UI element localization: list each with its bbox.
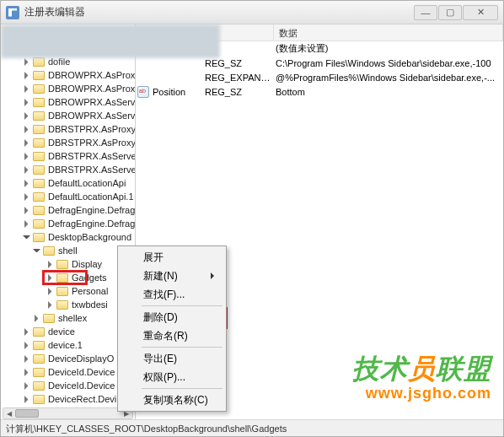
expand-icon[interactable] (23, 126, 30, 133)
expand-icon[interactable] (23, 220, 30, 228)
folder-icon (33, 98, 45, 107)
folder-icon (33, 381, 45, 391)
menu-item[interactable]: 复制项名称(C) (120, 391, 224, 409)
tree-item[interactable]: device.1 (1, 338, 135, 352)
menu-item-label: 复制项名称(C) (143, 393, 208, 407)
tree-item[interactable]: DefragEngine.DefragE (1, 217, 135, 230)
tree-item-label: DeviceId.Device (48, 380, 115, 391)
scroll-left-icon[interactable]: ◀ (3, 408, 15, 418)
expand-icon[interactable] (33, 315, 40, 322)
tree-hscrollbar[interactable]: ◀ ▶ (3, 407, 133, 419)
tree-item-label: DeviceRect.Devi (48, 394, 116, 404)
tree-item[interactable]: DBROWPRX.AsServer (1, 95, 135, 109)
menu-item[interactable]: 新建(N) (120, 267, 224, 285)
expand-icon[interactable] (46, 301, 54, 309)
tree-item-label: DBROWPRX.AsServer (48, 97, 135, 107)
folder-icon (33, 71, 45, 80)
tree-item[interactable]: Personal (1, 284, 135, 298)
folder-icon (33, 138, 45, 148)
list-row[interactable]: REG_EXPAND_SZ@%ProgramFiles%\Windows Sid… (136, 70, 503, 84)
value-data: C:\Program Files\Windows Sidebar\sidebar… (276, 58, 503, 68)
menu-item[interactable]: 导出(E) (120, 349, 224, 368)
expand-icon[interactable] (23, 328, 30, 336)
tree-item[interactable]: shell (1, 244, 135, 257)
expand-icon[interactable] (23, 342, 30, 349)
expand-icon[interactable] (23, 355, 30, 363)
expand-icon[interactable] (23, 99, 30, 106)
menu-item[interactable]: 查找(F)... (120, 285, 224, 304)
expand-icon[interactable] (46, 261, 54, 268)
tree-item-label: DBROWPRX.AsProxy (48, 70, 135, 80)
menu-item-label: 权限(P)... (143, 370, 185, 385)
tree-item[interactable]: DefaultLocationApi.1 (1, 190, 135, 203)
menu-item[interactable]: 展开 (120, 248, 224, 267)
menu-separator (142, 388, 223, 389)
tree-item[interactable]: Gadgets (1, 271, 135, 284)
expand-icon[interactable] (23, 166, 30, 174)
tree-item[interactable]: DBRSTPRX.AsProxy (1, 122, 135, 136)
tree-item-label: DBRSTPRX.AsServer.1 (48, 165, 135, 175)
expand-icon[interactable] (23, 58, 30, 66)
expand-icon[interactable] (23, 207, 30, 214)
tree-item[interactable]: DeviceId.Device (1, 379, 135, 392)
menu-item[interactable]: 删除(D) (120, 308, 224, 326)
list-row[interactable]: PositionREG_SZBottom (136, 84, 503, 99)
expand-icon[interactable] (23, 382, 30, 390)
expand-icon[interactable] (23, 153, 30, 160)
tree-item[interactable]: DBROWPRX.AsServer. (1, 109, 135, 122)
expand-icon[interactable] (23, 180, 30, 187)
expand-icon[interactable] (23, 234, 30, 241)
tree-item[interactable]: device (1, 325, 135, 338)
tree-item[interactable]: DeviceId.Device (1, 365, 135, 379)
expand-icon[interactable] (46, 274, 54, 282)
tree-item-label: DeviceId.Device (48, 367, 115, 377)
expand-icon[interactable] (23, 369, 30, 376)
tree-item[interactable]: txwbdesi (1, 298, 135, 311)
titlebar[interactable]: 注册表编辑器 — ▢ ✕ (1, 1, 503, 24)
expand-icon[interactable] (23, 72, 30, 79)
expand-icon[interactable] (23, 139, 30, 147)
tree-item-label: Display (72, 259, 102, 269)
minimize-button[interactable]: — (414, 5, 437, 20)
tree-item[interactable]: DBRSTPRX.AsProxy.1 (1, 136, 135, 149)
folder-icon (56, 287, 68, 296)
tree-item[interactable]: DefragEngine.DefragE (1, 203, 135, 217)
expand-icon[interactable] (23, 112, 30, 120)
tree-item-label: Gadgets (72, 272, 107, 283)
expand-icon[interactable] (23, 193, 30, 201)
tree-item-label: DBROWPRX.AsProxy.1 (48, 84, 135, 94)
tree-pane[interactable]: dofileDBROWPRX.AsProxyDBROWPRX.AsProxy.1… (1, 24, 136, 419)
expand-icon[interactable] (23, 396, 30, 403)
tree-item[interactable]: Display (1, 257, 135, 271)
tree-item[interactable]: shellex (1, 311, 135, 325)
value-type: REG_SZ (205, 58, 276, 68)
close-button[interactable]: ✕ (463, 5, 498, 20)
context-menu[interactable]: 展开新建(N)查找(F)...删除(D)重命名(R)导出(E)权限(P)...复… (117, 245, 227, 412)
tree-item[interactable]: DeviceDisplayO (1, 352, 135, 365)
folder-icon (33, 57, 45, 67)
folder-icon (33, 395, 45, 404)
col-data[interactable]: 数据 (274, 24, 503, 40)
tree-item[interactable]: DesktopBackground (1, 230, 135, 244)
expand-icon[interactable] (23, 85, 30, 93)
folder-icon (33, 111, 45, 121)
tree-item[interactable]: DeviceRect.Devi (1, 392, 135, 406)
tree-item[interactable]: DBROWPRX.AsProxy.1 (1, 82, 135, 95)
tree-item-label: DefaultLocationApi.1 (48, 192, 134, 202)
menu-item[interactable]: 重命名(R) (120, 326, 224, 345)
tree-item-label: device.1 (48, 340, 83, 350)
tree-item[interactable]: DefaultLocationApi (1, 176, 135, 190)
menu-item-label: 新建(N) (143, 269, 178, 283)
folder-icon (33, 206, 45, 215)
tree-item[interactable]: DBRSTPRX.AsServer (1, 149, 135, 163)
tree-item[interactable]: DBROWPRX.AsProxy (1, 68, 135, 82)
menu-item[interactable]: 权限(P)... (120, 368, 224, 386)
expand-icon[interactable] (46, 288, 54, 295)
value-data: (数值未设置) (276, 42, 503, 55)
submenu-arrow-icon (211, 272, 217, 279)
hscroll-thumb[interactable] (15, 409, 39, 418)
tree-item[interactable]: DBRSTPRX.AsServer.1 (1, 163, 135, 176)
maximize-button[interactable]: ▢ (438, 5, 462, 20)
expand-icon[interactable] (33, 247, 40, 255)
regedit-icon (6, 6, 19, 19)
